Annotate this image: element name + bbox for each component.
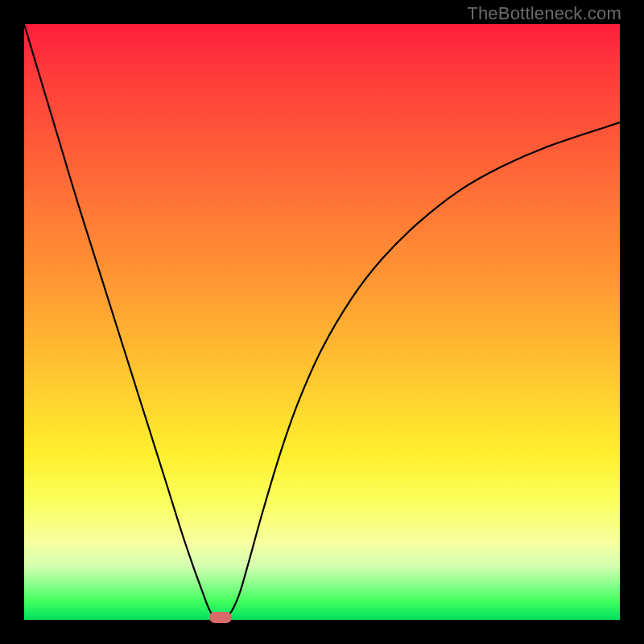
bottleneck-curve-path [24,24,620,617]
plot-area [24,24,620,620]
chart-stage: TheBottleneck.com [0,0,644,644]
curve-svg [24,24,620,620]
watermark-text: TheBottleneck.com [467,3,621,24]
optimal-marker [209,612,232,623]
